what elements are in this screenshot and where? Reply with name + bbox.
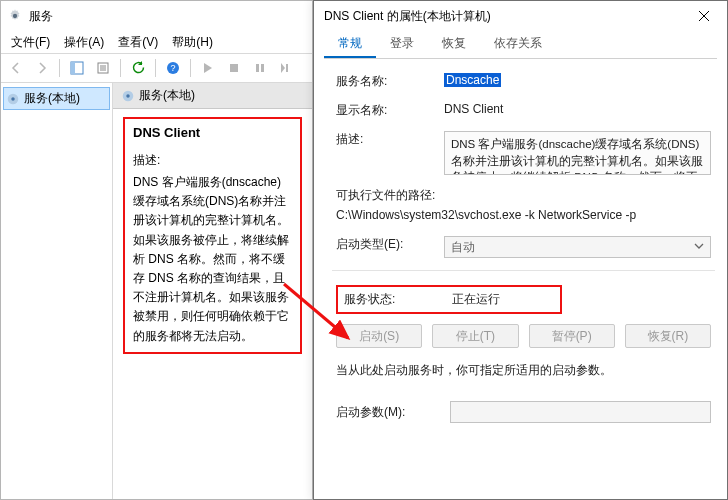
refresh-button[interactable] (127, 57, 149, 79)
label-service-status: 服务状态: (344, 291, 452, 308)
value-service-name[interactable]: Dnscache (444, 73, 501, 87)
value-service-status: 正在运行 (452, 291, 500, 308)
show-hide-tree-button[interactable] (66, 57, 88, 79)
menu-view[interactable]: 查看(V) (112, 32, 164, 53)
gear-icon (121, 89, 135, 103)
svg-rect-2 (71, 62, 75, 74)
detail-header: 服务(本地) (113, 83, 312, 109)
mmc-title: 服务 (29, 8, 53, 25)
restart-service-button[interactable] (275, 57, 297, 79)
service-title: DNS Client (133, 125, 292, 140)
mmc-toolbar: ? (1, 53, 312, 83)
value-display-name: DNS Client (444, 102, 711, 116)
stop-service-button[interactable] (223, 57, 245, 79)
forward-button[interactable] (31, 57, 53, 79)
pause-button[interactable]: 暂停(P) (529, 324, 615, 348)
toolbar-separator (190, 59, 191, 77)
start-button[interactable]: 启动(S) (336, 324, 422, 348)
mmc-menubar: 文件(F) 操作(A) 查看(V) 帮助(H) (1, 31, 312, 53)
svg-point-14 (11, 97, 15, 101)
tree-root-label: 服务(本地) (24, 90, 80, 107)
svg-rect-10 (256, 64, 259, 72)
close-icon (698, 10, 710, 22)
startup-type-combo[interactable]: 自动 (444, 236, 711, 258)
tab-recovery[interactable]: 恢复 (428, 31, 480, 58)
stop-button[interactable]: 停止(T) (432, 324, 518, 348)
properties-tabs: 常规 登录 恢复 依存关系 (314, 31, 727, 58)
service-properties-dialog: DNS Client 的属性(本地计算机) 常规 登录 恢复 依存关系 服务名称… (313, 0, 728, 500)
tab-dependencies[interactable]: 依存关系 (480, 31, 556, 58)
value-exe-path: C:\Windows\system32\svchost.exe -k Netwo… (336, 208, 711, 222)
svg-point-16 (126, 94, 130, 98)
service-control-buttons: 启动(S) 停止(T) 暂停(P) 恢复(R) (336, 324, 711, 348)
label-service-name: 服务名称: (336, 73, 444, 90)
label-exe-path: 可执行文件的路径: (336, 187, 711, 204)
close-button[interactable] (681, 1, 727, 31)
svg-text:?: ? (170, 63, 175, 73)
divider (332, 270, 715, 271)
help-button[interactable]: ? (162, 57, 184, 79)
label-description: 描述: (336, 131, 444, 148)
chevron-down-icon (694, 241, 704, 251)
menu-help[interactable]: 帮助(H) (166, 32, 219, 53)
services-window: 服务 文件(F) 操作(A) 查看(V) 帮助(H) ? 服务(本地) (0, 0, 313, 500)
pause-service-button[interactable] (249, 57, 271, 79)
toolbar-separator (59, 59, 60, 77)
svg-rect-11 (261, 64, 264, 72)
toolbar-separator (155, 59, 156, 77)
description-text: DNS 客户端服务(dnscache)缓存域名系统(DNS)名称并注册该计算机的… (133, 173, 292, 346)
start-service-button[interactable] (197, 57, 219, 79)
svg-rect-9 (230, 64, 238, 72)
value-startup-type: 自动 (451, 239, 475, 256)
annotation-status-box: 服务状态: 正在运行 (336, 285, 562, 314)
menu-action[interactable]: 操作(A) (58, 32, 110, 53)
tab-logon[interactable]: 登录 (376, 31, 428, 58)
detail-header-label: 服务(本地) (139, 87, 195, 104)
properties-titlebar[interactable]: DNS Client 的属性(本地计算机) (314, 1, 727, 31)
resume-button[interactable]: 恢复(R) (625, 324, 711, 348)
mmc-detail-pane: 服务(本地) DNS Client 描述: DNS 客户端服务(dnscache… (113, 83, 312, 499)
svg-rect-12 (286, 64, 288, 72)
start-params-input[interactable] (450, 401, 711, 423)
properties-title: DNS Client 的属性(本地计算机) (324, 8, 491, 25)
tree-root-services-local[interactable]: 服务(本地) (3, 87, 110, 110)
value-description[interactable]: DNS 客户端服务(dnscache)缓存域名系统(DNS)名称并注册该计算机的… (444, 131, 711, 175)
services-icon (7, 8, 23, 24)
annotation-box: DNS Client 描述: DNS 客户端服务(dnscache)缓存域名系统… (123, 117, 302, 354)
label-startup-type: 启动类型(E): (336, 236, 444, 253)
properties-button[interactable] (92, 57, 114, 79)
gear-icon (6, 92, 20, 106)
mmc-tree[interactable]: 服务(本地) (1, 83, 113, 499)
mmc-titlebar[interactable]: 服务 (1, 1, 312, 31)
label-display-name: 显示名称: (336, 102, 444, 119)
description-label: 描述: (133, 152, 292, 169)
label-start-params: 启动参数(M): (336, 404, 444, 421)
toolbar-separator (120, 59, 121, 77)
start-params-hint: 当从此处启动服务时，你可指定所适用的启动参数。 (336, 362, 711, 379)
menu-file[interactable]: 文件(F) (5, 32, 56, 53)
back-button[interactable] (5, 57, 27, 79)
tab-divider (324, 58, 717, 59)
tab-general[interactable]: 常规 (324, 31, 376, 58)
